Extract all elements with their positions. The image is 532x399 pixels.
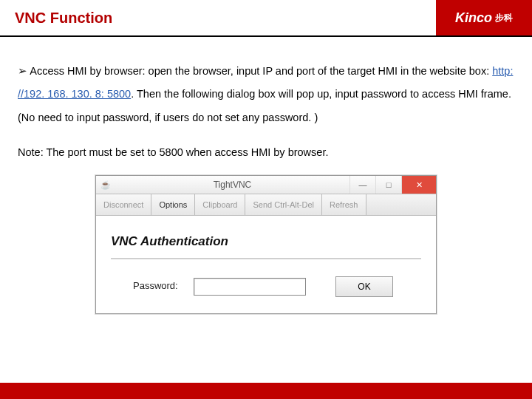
text-segment-1: Access HMI by browser: open the browser,… — [30, 65, 492, 77]
brand-logo: Kinco 步科 — [436, 0, 532, 35]
refresh-button[interactable]: Refresh — [322, 194, 366, 215]
note-paragraph: Note: The port must be set to 5800 when … — [18, 141, 514, 165]
vnc-dialog: ☕ TightVNC — □ ✕ Disconnect Options Clip… — [95, 175, 437, 314]
maximize-button[interactable]: □ — [375, 176, 401, 194]
bullet-icon: ➢ — [18, 65, 27, 77]
java-icon: ☕ — [100, 180, 111, 190]
page-header: VNC Function Kinco 步科 — [0, 0, 532, 37]
content-body: ➢ Access HMI by browser: open the browse… — [0, 37, 532, 326]
logo-cn: 步科 — [495, 12, 513, 24]
options-button[interactable]: Options — [151, 194, 195, 215]
clipboard-button[interactable]: Clipboard — [195, 194, 245, 215]
divider — [111, 258, 421, 259]
window-controls: — □ ✕ — [349, 176, 436, 194]
dialog-body: VNC Authentication Password: OK — [96, 216, 436, 313]
dialog-title: TightVNC — [115, 175, 349, 194]
ok-button[interactable]: OK — [335, 276, 393, 297]
disconnect-button[interactable]: Disconnect — [96, 194, 151, 215]
password-row: Password: OK — [133, 276, 421, 297]
logo-text: Kinco — [455, 10, 492, 26]
minimize-button[interactable]: — — [349, 176, 375, 194]
password-input[interactable] — [194, 278, 306, 296]
footer-bar — [0, 383, 532, 399]
instruction-paragraph: ➢ Access HMI by browser: open the browse… — [18, 60, 514, 131]
page-title: VNC Function — [15, 10, 112, 27]
close-button[interactable]: ✕ — [401, 176, 436, 194]
send-ctrl-alt-del-button[interactable]: Send Ctrl-Alt-Del — [245, 194, 322, 215]
auth-heading: VNC Authentication — [111, 228, 421, 255]
dialog-toolbar: Disconnect Options Clipboard Send Ctrl-A… — [96, 194, 436, 216]
dialog-titlebar: ☕ TightVNC — □ ✕ — [96, 176, 436, 194]
password-label: Password: — [133, 276, 186, 297]
